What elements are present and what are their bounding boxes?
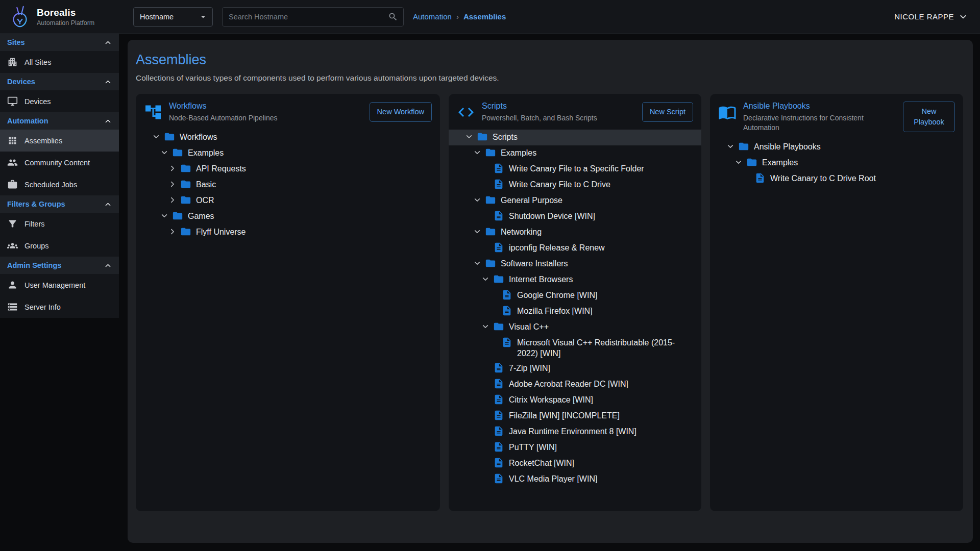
user-menu[interactable]: NICOLE RAPPE	[894, 11, 969, 22]
sidebar-section-admin-settings[interactable]: Admin Settings	[0, 257, 119, 274]
new-script-button[interactable]: New Script	[642, 102, 693, 122]
tree-item-adobe-acrobat-reader-dc-win[interactable]: Adobe Acrobat Reader DC [WIN]	[449, 377, 701, 392]
scripts-card-titles: ScriptsPowershell, Batch, and Bash Scrip…	[482, 102, 597, 123]
folder-icon	[493, 319, 505, 334]
playbooks-card-titles: Ansible PlaybooksDeclarative Instruction…	[743, 102, 896, 133]
sidebar-item-community-content[interactable]: Community Content	[0, 152, 119, 173]
tree-item-google-chrome-win[interactable]: Google Chrome [WIN]	[449, 288, 701, 304]
tree-item-ipconfig-release-renew[interactable]: ipconfig Release & Renew	[449, 240, 701, 256]
new-playbook-button[interactable]: New Playbook	[903, 102, 955, 132]
sidebar-section-label: Filters & Groups	[7, 200, 65, 208]
breadcrumb: Automation › Assemblies	[413, 12, 506, 21]
sidebar-item-label: Devices	[24, 97, 51, 106]
tree-item-7-zip-win[interactable]: 7-Zip [WIN]	[449, 361, 701, 377]
indent-spacer	[479, 424, 492, 438]
sidebar-item-label: All Sites	[24, 58, 51, 66]
server-icon	[7, 302, 18, 312]
chevron-right-icon	[166, 177, 179, 191]
indent-spacer	[479, 361, 492, 375]
brand-name: Borealis	[37, 7, 94, 18]
folder-icon	[180, 177, 192, 191]
sidebar-item-assemblies[interactable]: Assemblies	[0, 130, 119, 152]
chevron-down-icon	[158, 145, 170, 160]
breadcrumb-item-assemblies[interactable]: Assemblies	[463, 12, 506, 21]
folder-icon	[163, 130, 176, 144]
sidebar-item-filters[interactable]: Filters	[0, 213, 119, 235]
tree-item-label: Shutdown Device [WIN]	[509, 209, 601, 224]
indent-spacer	[487, 288, 500, 302]
folder-icon	[180, 161, 192, 176]
sidebar-item-server-info[interactable]: Server Info	[0, 296, 119, 318]
tree-item-write-canary-to-c-drive-root[interactable]: Write Canary to C Drive Root	[710, 171, 963, 187]
tree-item-write-canary-file-to-a-specific-folder[interactable]: Write Canary File to a Specific Folder	[449, 161, 701, 177]
folder-icon	[484, 224, 497, 239]
tree-item-label: VLC Media Player [WIN]	[509, 471, 603, 487]
tree-item-mozilla-firefox-win[interactable]: Mozilla Firefox [WIN]	[449, 304, 701, 319]
tree-item-label: Networking	[501, 224, 548, 240]
sidebar-item-devices[interactable]: Devices	[0, 90, 119, 112]
tree-item-microsoft-visual-c-redistributable-2015-2022-win[interactable]: Microsoft Visual C++ Redistributable (20…	[449, 335, 701, 361]
tree-item-label: Scripts	[493, 130, 524, 145]
indent-spacer	[479, 471, 492, 486]
tree-item-java-runtime-environment-8-win[interactable]: Java Runtime Environment 8 [WIN]	[449, 424, 701, 440]
sidebar-item-user-management[interactable]: User Management	[0, 274, 119, 296]
tree-item-api-requests[interactable]: API Requests	[136, 161, 440, 177]
tree-item-examples[interactable]: Examples	[136, 145, 440, 161]
folder-icon	[172, 209, 184, 223]
sidebar-section-automation[interactable]: Automation	[0, 112, 119, 130]
tree-item-filezilla-win-incomplete[interactable]: FileZilla [WIN] [INCOMPLETE]	[449, 408, 701, 424]
user-name: NICOLE RAPPE	[894, 12, 954, 21]
sidebar-item-groups[interactable]: Groups	[0, 235, 119, 257]
chevron-down-icon	[479, 319, 492, 334]
tree-item-citrix-workspace-win[interactable]: Citrix Workspace [WIN]	[449, 392, 701, 408]
sidebar-item-label: User Management	[24, 281, 85, 289]
chevron-right-icon	[166, 193, 179, 207]
tree-item-internet-browsers[interactable]: Internet Browsers	[449, 272, 701, 288]
sidebar-section-filters-groups[interactable]: Filters & Groups	[0, 195, 119, 213]
breadcrumb-item-automation[interactable]: Automation	[413, 12, 452, 21]
indent-spacer	[479, 240, 492, 255]
tree-item-shutdown-device-win[interactable]: Shutdown Device [WIN]	[449, 209, 701, 224]
folder-icon	[180, 193, 192, 207]
chevron-down-icon	[479, 272, 492, 286]
workflows-card-subtitle: Node-Based Automation Pipelines	[169, 113, 277, 123]
sidebar-section-sites[interactable]: Sites	[0, 34, 119, 51]
tree-item-ansible-playbooks[interactable]: Ansible Playbooks	[710, 139, 963, 155]
workflows-card-title: Workflows	[169, 102, 277, 111]
tree-item-flyff-universe[interactable]: Flyff Universe	[136, 224, 440, 240]
tree-item-software-installers[interactable]: Software Installers	[449, 256, 701, 272]
new-workflow-button[interactable]: New Workflow	[370, 102, 432, 122]
tree-item-basic[interactable]: Basic	[136, 177, 440, 193]
hostname-select[interactable]: Hostname	[133, 7, 213, 27]
tree-item-workflows[interactable]: Workflows	[136, 130, 440, 145]
tree-item-rocketchat-win[interactable]: RocketChat [WIN]	[449, 456, 701, 471]
tree-item-write-canary-file-to-c-drive[interactable]: Write Canary File to C Drive	[449, 177, 701, 193]
sidebar-item-all-sites[interactable]: All Sites	[0, 51, 119, 73]
search-hostname-input[interactable]	[229, 13, 388, 21]
chevron-down-icon	[463, 130, 475, 144]
search-icon	[388, 12, 398, 22]
tree-item-examples[interactable]: Examples	[710, 155, 963, 171]
groups-icon	[7, 240, 18, 251]
tree-item-label: Mozilla Firefox [WIN]	[517, 304, 599, 319]
sidebar-item-scheduled-jobs[interactable]: Scheduled Jobs	[0, 173, 119, 195]
tree-item-visual-c[interactable]: Visual C++	[449, 319, 701, 335]
tree-item-label: Flyff Universe	[196, 224, 252, 240]
chevron-down-icon	[732, 155, 745, 169]
tree-item-ocr[interactable]: OCR	[136, 193, 440, 209]
tree-item-games[interactable]: Games	[136, 209, 440, 224]
chevron-down-icon	[150, 130, 162, 144]
file-icon	[493, 377, 505, 391]
tree-item-scripts[interactable]: Scripts	[449, 130, 701, 145]
indent-spacer	[479, 177, 492, 191]
tree-item-general-purpose[interactable]: General Purpose	[449, 193, 701, 209]
tree-item-label: Write Canary File to a Specific Folder	[509, 161, 650, 177]
tree-item-putty-win[interactable]: PuTTY [WIN]	[449, 440, 701, 456]
tree-item-label: RocketChat [WIN]	[509, 456, 580, 471]
sidebar-section-devices[interactable]: Devices	[0, 73, 119, 90]
tree-item-vlc-media-player-win[interactable]: VLC Media Player [WIN]	[449, 471, 701, 487]
sidebar-section-label: Sites	[7, 38, 25, 46]
tree-item-networking[interactable]: Networking	[449, 224, 701, 240]
tree-item-examples[interactable]: Examples	[449, 145, 701, 161]
file-icon	[493, 161, 505, 176]
